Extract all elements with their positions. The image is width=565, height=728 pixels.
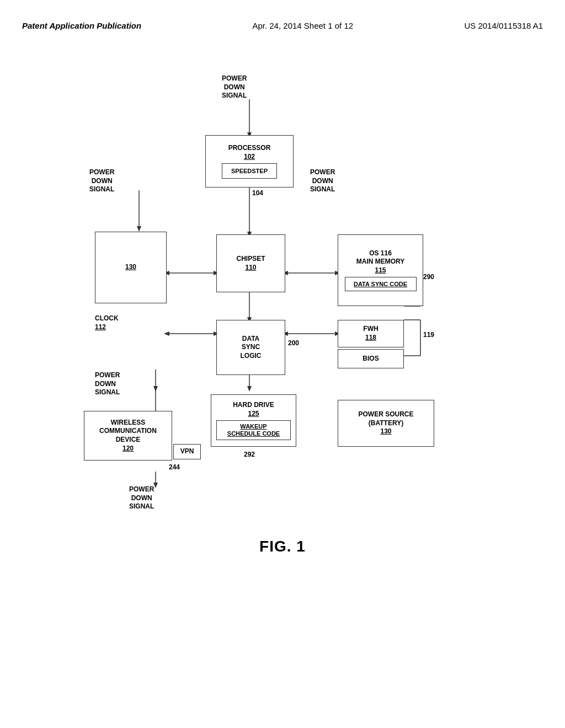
label-292: 292 [244,451,255,459]
processor-label: PROCESSOR [228,144,271,153]
vpn-label: VPN [180,447,194,456]
data-sync-code-box: DATA SYNC CODE [345,277,417,291]
speedstep-box: SPEEDSTEP [222,163,277,179]
data-sync-logic-box: DATASYNCLOGIC [216,320,285,375]
main-memory-num: 115 [375,266,386,275]
clock-label: CLOCK112 [95,314,119,331]
power-down-signal-clock: POWERDOWNSIGNAL [95,371,120,397]
power-down-signal-left: POWERDOWNSIGNAL [89,168,114,194]
power-down-signal-top: POWERDOWNSIGNAL [222,74,247,100]
bios-box: BIOS [338,349,404,368]
wireless-box: WIRELESSCOMMUNICATIONDEVICE 120 [84,411,172,461]
power-source-num: 130 [380,427,391,436]
hard-drive-label: HARD DRIVE [233,401,274,410]
header-center: Apr. 24, 2014 Sheet 1 of 12 [252,21,353,30]
hard-drive-box: HARD DRIVE 125 WAKEUPSCHEDULE CODE [211,394,296,447]
svg-marker-23 [153,386,158,392]
label-200: 200 [288,339,299,348]
vpn-box: VPN [173,444,201,459]
processor-box: PROCESSOR 102 SPEEDSTEP [205,135,294,188]
power-down-signal-wireless-bottom: POWERDOWNSIGNAL [129,485,154,511]
main-memory-label: MAIN MEMORY [356,258,405,266]
wakeup-schedule-label: WAKEUPSCHEDULE CODE [227,423,280,437]
svg-marker-13 [164,331,169,336]
box-130: 130 [95,232,167,303]
main-memory-box: OS 116 MAIN MEMORY 115 DATA SYNC CODE [338,234,423,306]
wireless-label: WIRELESSCOMMUNICATIONDEVICE [99,419,157,445]
svg-marker-21 [247,386,252,392]
power-source-label: POWER SOURCE(BATTERY) [358,410,413,427]
wakeup-schedule-box: WAKEUPSCHEDULE CODE [216,420,291,440]
data-sync-code-label: DATA SYNC CODE [354,280,407,288]
label-104: 104 [252,189,263,198]
power-down-signal-right: POWERDOWNSIGNAL [310,168,335,194]
fwh-num: 118 [365,334,376,342]
header-left: Patent Application Publication [22,21,141,30]
label-119: 119 [423,331,434,340]
speedstep-label: SPEEDSTEP [231,167,268,175]
bios-label: BIOS [363,355,379,363]
os-label: OS 116 [369,249,392,258]
wireless-num: 120 [122,445,134,453]
page-header: Patent Application Publication Apr. 24, … [22,11,543,36]
header-right: US 2014/0115318 A1 [464,21,543,30]
label-290: 290 [423,273,434,282]
page: Patent Application Publication Apr. 24, … [0,0,565,728]
chipset-label: CHIPSET [236,255,265,264]
data-sync-logic-label: DATASYNCLOGIC [241,335,262,361]
chipset-num: 110 [245,264,256,272]
figure-caption: FIG. 1 [22,538,543,555]
box-130-num: 130 [125,263,136,272]
power-source-box: POWER SOURCE(BATTERY) 130 [338,400,434,447]
processor-num: 102 [244,153,255,162]
chipset-box: CHIPSET 110 [216,234,285,292]
svg-marker-3 [137,226,141,232]
diagram-container: POWERDOWNSIGNAL POWERDOWNSIGNAL PROCESSO… [45,69,520,521]
fwh-label: FWH [363,325,378,334]
fwh-box: FWH 118 [338,320,404,347]
label-244: 244 [169,463,180,472]
hard-drive-num: 125 [248,410,259,419]
